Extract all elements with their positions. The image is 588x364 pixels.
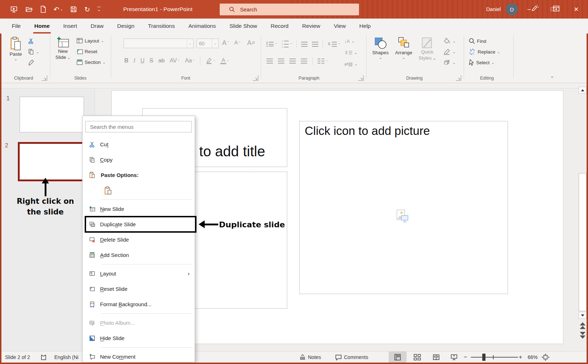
slide-1-thumbnail[interactable] — [20, 97, 84, 132]
zoom-level[interactable]: 66% — [528, 352, 538, 363]
language-indicator[interactable]: English (Ni — [54, 352, 79, 363]
menu-item-duplicate-slide[interactable]: Duplicate Slide Duplicate slide — [83, 217, 195, 232]
paste-button[interactable]: Paste ⌄ — [7, 36, 24, 61]
scroll-down-button[interactable] — [579, 312, 587, 319]
save-icon[interactable] — [70, 6, 77, 13]
zoom-in-button[interactable]: + — [519, 352, 522, 363]
align-right-button[interactable] — [289, 59, 296, 64]
font-dialog-launcher[interactable] — [253, 75, 258, 81]
zoom-out-button[interactable]: − — [464, 352, 467, 363]
text-direction-button[interactable]: ↓A⌄ — [344, 39, 355, 44]
notes-button[interactable]: Notes — [299, 352, 321, 363]
copy-button[interactable]: ⌄ — [28, 49, 39, 55]
change-case-button[interactable]: Aa⌄ — [185, 57, 195, 64]
shapes-button[interactable]: Shapes ⌄ — [371, 36, 390, 59]
menu-item-format-background[interactable]: Format Background... — [83, 297, 195, 312]
replace-button[interactable]: b c Replace ⌄ — [469, 49, 500, 55]
new-slide-button[interactable]: New Slide⌄ — [54, 36, 72, 61]
tab-slide-show[interactable]: Slide Show — [223, 19, 264, 34]
menu-item-cut[interactable]: Cut — [83, 137, 195, 152]
customize-qat-icon[interactable]: ⌄ — [97, 7, 101, 12]
bullets-button[interactable]: ⌄ — [266, 41, 278, 47]
increase-font-size-button[interactable]: A⌃ — [222, 39, 230, 47]
italic-button[interactable]: I — [134, 57, 135, 64]
increase-indent-button[interactable] — [312, 42, 318, 47]
tab-record[interactable]: Record — [264, 19, 295, 34]
search-input[interactable] — [240, 6, 347, 12]
justify-button[interactable] — [301, 59, 307, 64]
font-size-combo[interactable]: 60 ⌄ — [196, 39, 219, 48]
menu-item-delete-slide[interactable]: Delete Slide — [83, 232, 195, 247]
new-file-icon[interactable] — [40, 5, 46, 13]
columns-button[interactable]: ⌄ — [318, 58, 328, 64]
cut-button[interactable] — [28, 38, 34, 44]
chevron-down-icon[interactable]: ⌄ — [212, 39, 218, 48]
text-shadow-button[interactable]: S — [149, 57, 153, 64]
menu-item-new-slide[interactable]: New Slide — [83, 201, 195, 217]
user-name[interactable]: Daniel — [486, 6, 501, 12]
tab-file[interactable]: File — [5, 19, 28, 34]
menu-item-add-section[interactable]: Add Section — [83, 247, 195, 263]
strikethrough-button[interactable]: ab — [158, 57, 165, 64]
reset-button[interactable]: Reset — [76, 49, 97, 54]
reading-view-button[interactable] — [427, 352, 445, 363]
decrease-indent-button[interactable] — [301, 42, 308, 47]
text-highlight-button[interactable]: ⌄ — [205, 57, 216, 64]
comments-button[interactable]: Comments — [335, 352, 368, 363]
quick-styles-button[interactable]: Quick Styles⌄ — [417, 36, 438, 61]
layout-button[interactable]: Layout ⌄ — [76, 38, 104, 44]
chevron-down-icon[interactable]: ⌄ — [187, 39, 193, 48]
slide-sorter-view-button[interactable] — [408, 352, 426, 363]
convert-smartart-button[interactable]: ⇄▤⌄ — [344, 61, 358, 67]
tab-insert[interactable]: Insert — [56, 19, 84, 34]
slideshow-icon[interactable] — [10, 5, 18, 13]
clear-formatting-button[interactable]: A — [247, 39, 255, 47]
numbering-button[interactable]: 1 2 3 ⌄ — [282, 40, 293, 48]
scrollbar-thumb[interactable] — [579, 173, 587, 311]
drawing-dialog-launcher[interactable] — [456, 75, 461, 81]
collapse-ribbon-button[interactable]: ⌃ — [550, 76, 554, 81]
close-button[interactable]: ✕ — [564, 0, 588, 19]
align-left-button[interactable] — [266, 59, 273, 64]
font-color-button[interactable]: A ⌄ — [220, 57, 229, 64]
tab-transitions[interactable]: Transitions — [141, 19, 181, 34]
zoom-slider-track[interactable] — [471, 357, 518, 358]
tab-draw[interactable]: Draw — [84, 19, 110, 34]
undo-button[interactable]: ↶⌄ — [54, 6, 63, 13]
next-slide-button[interactable] — [579, 331, 586, 339]
find-button[interactable]: Find — [469, 38, 486, 44]
align-center-button[interactable] — [278, 59, 284, 64]
paragraph-dialog-launcher[interactable] — [358, 75, 364, 81]
previous-slide-button[interactable] — [579, 322, 586, 329]
slideshow-view-button[interactable] — [445, 352, 463, 363]
menu-item-reset-slide[interactable]: Reset Slide — [83, 281, 195, 297]
tab-view[interactable]: View — [327, 19, 353, 34]
minimize-button[interactable]: – — [517, 0, 541, 19]
underline-button[interactable]: U — [140, 57, 145, 64]
normal-view-button[interactable] — [389, 352, 407, 363]
shape-fill-button[interactable]: ⌄ — [443, 38, 455, 44]
arrange-button[interactable]: Arrange ⌄ — [393, 36, 414, 59]
tab-home[interactable]: Home — [28, 19, 56, 34]
tab-design[interactable]: Design — [110, 19, 141, 34]
shape-effects-button[interactable]: ⌄ — [443, 59, 455, 66]
tab-help[interactable]: Help — [353, 19, 378, 34]
open-folder-icon[interactable] — [25, 5, 33, 13]
paste-option-keep-formatting[interactable] — [83, 183, 195, 198]
menu-search-input[interactable] — [85, 121, 192, 132]
slide-2-thumbnail[interactable] — [18, 142, 86, 181]
select-button[interactable]: Select ⌄ — [469, 59, 494, 66]
font-name-combo[interactable]: ⌄ — [124, 39, 194, 48]
tab-animations[interactable]: Animations — [181, 19, 223, 34]
avatar[interactable]: D — [506, 3, 518, 15]
align-text-button[interactable]: ⇕☰⌄ — [344, 50, 357, 55]
menu-item-layout[interactable]: Layout › — [83, 266, 195, 281]
decrease-font-size-button[interactable]: A⌄ — [234, 39, 241, 45]
shape-outline-button[interactable]: ⌄ — [443, 49, 455, 55]
accessibility-check-icon[interactable] — [40, 352, 47, 363]
tab-review[interactable]: Review — [295, 19, 327, 34]
fit-to-window-button[interactable] — [541, 352, 550, 363]
bold-button[interactable]: B — [124, 57, 129, 64]
redo-icon[interactable]: ↻ — [84, 6, 90, 13]
search-box[interactable] — [220, 4, 359, 15]
